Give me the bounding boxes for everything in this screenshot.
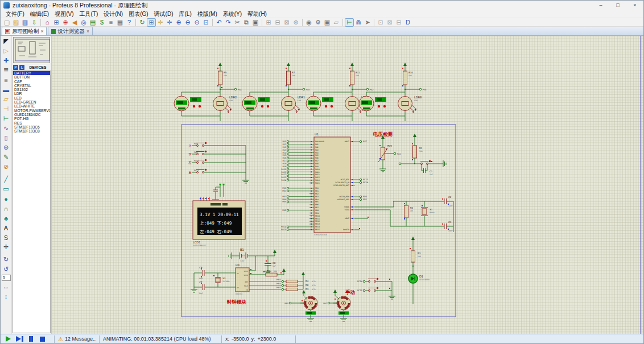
boot-pin-group[interactable] (212, 184, 225, 202)
wire-label-mode[interactable]: ≣ (1, 65, 11, 75)
pan-button[interactable]: ✛ (165, 18, 174, 27)
lcd-display[interactable]: 3.1V 1 20:09:11 上:049 下:049 左:049 右:049 … (193, 197, 245, 247)
zoom-in-button[interactable]: ⊕ (174, 18, 183, 27)
menu-item[interactable]: 调试(D) (151, 10, 176, 18)
pullup-resistor[interactable] (286, 288, 298, 291)
library-manager-button[interactable]: L (19, 65, 24, 70)
text-script-mode[interactable]: ≡ (1, 75, 11, 85)
help-button[interactable]: ? (125, 18, 134, 27)
active-popup-mode[interactable]: ▯ (1, 133, 11, 143)
terminals-mode[interactable]: ⊣ (1, 104, 11, 114)
goto-sheet-button[interactable]: ⊕ (61, 18, 70, 27)
menu-item[interactable]: 系统(Y) (220, 10, 245, 18)
2d-box-mode[interactable]: ▭ (1, 184, 11, 194)
y-mirror[interactable]: ↕ (1, 291, 11, 301)
2d-symbol-mode[interactable]: S (1, 233, 11, 242)
device-item[interactable]: RES (13, 121, 50, 125)
search-and-tag-button[interactable]: ⋒ (354, 18, 363, 27)
2d-line-mode[interactable]: ╱ (1, 175, 11, 184)
block-copy-button[interactable]: ⊞ (264, 18, 273, 27)
device-item[interactable]: LED-WHITE (13, 104, 50, 108)
menu-item[interactable]: 库(L) (176, 10, 194, 18)
maximize-button[interactable]: □ (609, 1, 626, 10)
home-page-button[interactable]: ⌂ (43, 18, 52, 27)
2d-arc-mode[interactable]: ∩ (1, 204, 11, 213)
x-mirror[interactable]: ↔ (1, 281, 11, 291)
redraw-button[interactable]: ↻ (138, 18, 147, 27)
zoom-area-button[interactable]: ⊡ (201, 18, 210, 27)
make-device-button[interactable]: ⚙ (313, 18, 323, 27)
2d-marker-mode[interactable]: ✛ (1, 242, 11, 252)
play-button[interactable] (2, 335, 14, 343)
junction-dot-mode[interactable]: ✚ (1, 56, 11, 65)
device-item[interactable]: LED-GREEN (13, 100, 50, 104)
block-delete-button[interactable]: ⊗ (291, 18, 300, 27)
packaging-tool-button[interactable]: ▣ (323, 18, 332, 27)
tab-close-icon[interactable]: × (86, 28, 89, 34)
device-item[interactable]: OLED12864I2C (13, 113, 50, 117)
pause-button[interactable] (25, 335, 36, 343)
minimize-button[interactable]: – (592, 1, 609, 10)
message-cell[interactable]: ⚠ 12 Message.. (54, 335, 99, 343)
manual-buttons[interactable]: 手动 (345, 281, 395, 299)
pick-devices-button[interactable]: P (13, 65, 18, 70)
device-item[interactable]: BUTTON (13, 75, 50, 79)
grid-toggle-button[interactable]: ⊞ (147, 18, 156, 27)
rotate-anticlockwise[interactable]: ↺ (1, 264, 11, 274)
buses-mode[interactable]: ▬ (1, 85, 11, 94)
device-item[interactable]: POT-HG (13, 117, 50, 121)
copy-button[interactable]: ⧉ (242, 18, 251, 27)
tab-schematic-capture[interactable]: 原理图绘制 × (2, 27, 47, 35)
2d-path-mode[interactable]: ♣ (1, 213, 11, 223)
graph-mode[interactable]: ∿ (1, 123, 11, 133)
design-explorer-button[interactable]: ⊡ (376, 18, 385, 27)
zoom-sheet-button[interactable]: ◎ (79, 18, 88, 27)
previous-sheet-button[interactable]: ◀ (70, 18, 79, 27)
zoom-out-button[interactable]: ⊖ (183, 18, 192, 27)
bill-of-materials-button[interactable]: $ (97, 18, 106, 27)
push-button[interactable] (366, 278, 378, 283)
import-section-button[interactable]: ⇩ (30, 18, 39, 27)
configure-diagnostics-button[interactable]: D (403, 18, 412, 27)
block-rotate-button[interactable]: ⊠ (282, 18, 291, 27)
status-led[interactable]: R3 10R D1 LED-GREEN (408, 237, 430, 304)
device-item[interactable]: DS1302 (13, 88, 50, 92)
property-assignment-button[interactable]: ➤ (363, 18, 372, 27)
ldr-sensor-group[interactable] (174, 63, 237, 121)
device-item[interactable]: STM32F103C6 (13, 125, 50, 129)
paste-button[interactable]: ▣ (251, 18, 260, 27)
stop-button[interactable] (36, 335, 48, 343)
crystal-section[interactable]: R2 1M X1 8MHz C2 22pF (390, 196, 453, 232)
tab-close-icon[interactable]: × (41, 28, 44, 34)
menu-item[interactable]: 视图(V) (52, 10, 76, 18)
rotation-angle-field[interactable] (2, 275, 11, 281)
rotate-clockwise[interactable]: ↻ (1, 255, 11, 264)
2d-text-mode[interactable]: A (1, 223, 11, 233)
ldr-sensor-group[interactable] (242, 63, 305, 121)
device-item[interactable]: MOTOR-PWMSERVO (13, 109, 50, 113)
generator-mode[interactable]: ⊚ (1, 143, 11, 152)
redo-button[interactable]: ↷ (224, 18, 233, 27)
open-design-button[interactable]: ▨ (11, 18, 20, 27)
decompose-button[interactable]: ▱ (332, 18, 341, 27)
menu-item[interactable]: 工具(T) (76, 10, 101, 18)
device-item[interactable]: LED (13, 96, 50, 100)
selection-pointer-mode[interactable]: ◤ (1, 36, 11, 46)
voltage-probe-mode[interactable]: ✎ (1, 152, 11, 162)
component-mode[interactable]: ▷ (1, 46, 11, 56)
device-item[interactable]: STM32F103C8 (13, 129, 50, 133)
menu-item[interactable]: 帮助(H) (245, 10, 270, 18)
block-move-button[interactable]: ⊟ (273, 18, 282, 27)
menu-item[interactable]: 编辑(E) (27, 10, 52, 18)
direction-buttons[interactable] (207, 146, 249, 183)
tab-design-explorer[interactable]: 设计浏览器 × (48, 27, 92, 35)
cut-button[interactable]: ✂ (233, 18, 242, 27)
clock-module-section[interactable]: B1 3.6V C8 1uF U3 DS1302 X1 X2 VCC1 VCC2 (191, 248, 305, 305)
step-button[interactable] (14, 335, 25, 343)
wire-autorouter-button[interactable]: ⊢ (345, 18, 354, 27)
netlist-view-button[interactable]: ▦ (115, 18, 125, 27)
save-design-button[interactable]: ▥ (20, 18, 30, 27)
electrical-report-button[interactable]: ≡ (106, 18, 115, 27)
menu-item[interactable]: 设计(N) (101, 10, 126, 18)
device-item[interactable]: CRYSTAL (13, 84, 50, 88)
